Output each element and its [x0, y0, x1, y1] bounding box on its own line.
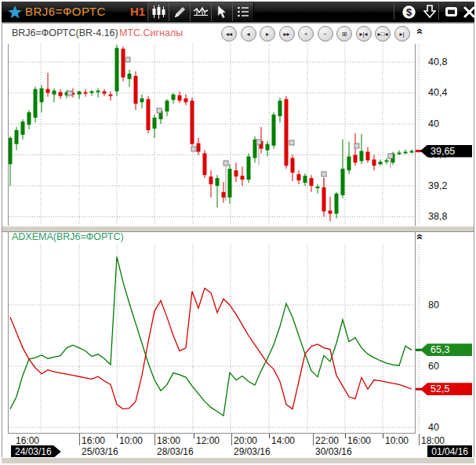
- candle: [310, 178, 314, 186]
- window-resize-strip[interactable]: [2, 457, 474, 463]
- indicator-line-adx: [10, 256, 412, 416]
- candle: [360, 151, 364, 162]
- plot-bottom-border: [8, 433, 416, 434]
- time-label: 16:00: [347, 435, 371, 446]
- candle: [379, 162, 383, 164]
- time-label: 10:00: [119, 435, 143, 446]
- candle: [316, 187, 320, 188]
- last-price-tag: 39,65: [420, 145, 472, 158]
- candle: [153, 118, 157, 129]
- candle: [266, 144, 270, 151]
- indicator-header: ADXEMA(BRJ6=ФОРТС): [12, 231, 124, 242]
- date-tick: [154, 434, 155, 445]
- time-label: 10:00: [385, 435, 409, 446]
- time-label: 16:00: [82, 435, 105, 446]
- candle: [372, 159, 376, 165]
- candle: [291, 158, 295, 173]
- time-tick: [383, 434, 383, 438]
- date-tick: [313, 434, 314, 445]
- candle: [347, 156, 351, 170]
- candle: [178, 95, 182, 100]
- price-axis-label: 38,8: [428, 211, 447, 222]
- collapse-indicator-panel-icon[interactable]: «: [414, 231, 427, 243]
- candle: [34, 89, 38, 118]
- candle: [184, 98, 188, 102]
- time-label: 12:00: [196, 435, 220, 446]
- candle: [134, 76, 138, 104]
- time-label: 18:00: [421, 435, 445, 446]
- date-label: 28/03/16: [157, 446, 194, 457]
- signal-marker: [67, 91, 72, 96]
- date-tick: [231, 434, 232, 445]
- candle: [140, 98, 144, 102]
- time-label: 22:00: [315, 435, 339, 446]
- candle: [354, 155, 358, 163]
- indicator-axis-label: 60: [428, 361, 439, 372]
- signal-marker: [191, 147, 196, 151]
- price-axis-label: 39,2: [428, 180, 447, 191]
- signal-marker: [256, 140, 261, 144]
- time-tick: [345, 434, 346, 438]
- candle: [385, 160, 389, 162]
- candle: [303, 176, 307, 183]
- candle: [84, 93, 88, 94]
- signal-marker: [125, 57, 130, 62]
- time-label: 16:00: [16, 435, 39, 446]
- candle: [216, 178, 220, 186]
- candle: [322, 187, 326, 212]
- end-date-tag: 01/04/16: [427, 445, 472, 458]
- candle: [203, 154, 207, 176]
- signal-marker: [388, 154, 393, 158]
- signal-marker: [354, 143, 359, 148]
- candle: [222, 192, 226, 198]
- candle: [329, 211, 332, 214]
- candle: [228, 169, 232, 198]
- candle: [366, 152, 370, 161]
- time-tick: [117, 434, 118, 438]
- plot-left-border: [8, 44, 9, 434]
- signal-marker: [289, 140, 294, 145]
- price-axis-label: 40,8: [428, 56, 447, 67]
- candle: [209, 176, 213, 184]
- candle: [234, 170, 238, 176]
- candle: [272, 114, 276, 146]
- time-label: 14:00: [271, 435, 295, 446]
- candle: [247, 156, 251, 180]
- candle: [27, 112, 31, 125]
- indicator-line-ema: [10, 289, 412, 409]
- indicator-green-tag: 65,3: [420, 343, 472, 356]
- signal-marker: [157, 108, 162, 113]
- candle: [122, 49, 125, 78]
- candle: [285, 99, 289, 165]
- signal-marker: [322, 172, 326, 176]
- time-label: 18:00: [157, 435, 180, 446]
- candle: [165, 100, 169, 111]
- candle: [278, 100, 282, 116]
- candle: [404, 152, 408, 154]
- signal-marker: [223, 161, 228, 165]
- candle: [46, 89, 50, 93]
- date-tick: [419, 434, 420, 445]
- candle: [341, 169, 345, 195]
- date-tick: [79, 434, 80, 445]
- candle: [172, 94, 176, 100]
- indicator-red-tag: 52,5: [420, 383, 472, 395]
- candle: [59, 93, 63, 96]
- date-label: 30/03/16: [315, 446, 352, 457]
- price-axis-label: 40: [428, 118, 439, 129]
- candle: [90, 92, 94, 93]
- candle: [241, 176, 245, 180]
- candle: [197, 143, 201, 152]
- candle: [103, 92, 107, 94]
- indicator-axis-label: 40: [428, 422, 439, 433]
- time-tick: [269, 434, 270, 438]
- candle: [191, 100, 194, 143]
- candle: [335, 194, 339, 214]
- candle: [96, 91, 100, 93]
- candle: [78, 92, 82, 95]
- candle: [410, 151, 414, 153]
- time-tick: [194, 434, 194, 438]
- candle: [297, 174, 301, 180]
- candle: [147, 99, 151, 129]
- candle: [40, 89, 44, 103]
